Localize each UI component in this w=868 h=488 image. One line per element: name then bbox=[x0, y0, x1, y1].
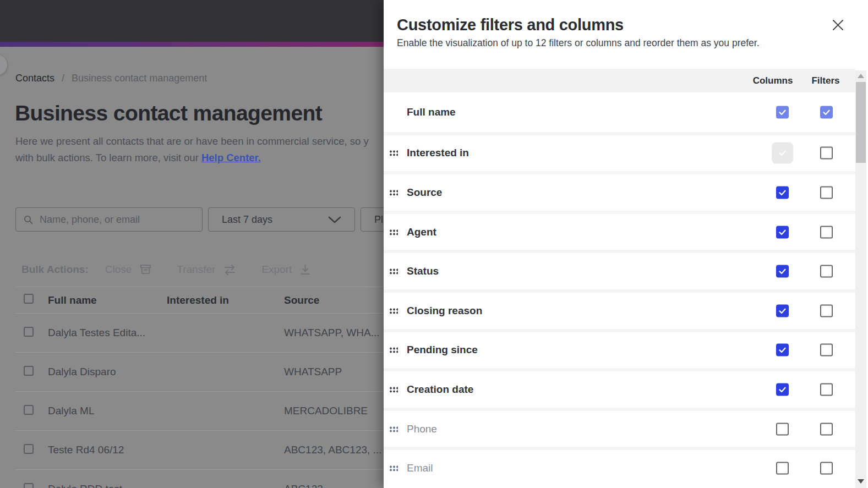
drag-handle-icon[interactable] bbox=[389, 426, 398, 432]
row-pending-since: Pending since bbox=[384, 329, 855, 369]
page-title: Business contact management bbox=[15, 101, 322, 125]
cell-source: ABC123 bbox=[284, 483, 384, 488]
partial-filter-value: Pl bbox=[374, 214, 383, 226]
bulk-close-button[interactable]: Close bbox=[105, 264, 152, 276]
columns-checkbox[interactable] bbox=[776, 383, 789, 396]
drag-handle-icon[interactable] bbox=[389, 268, 398, 275]
row-label: Agent bbox=[407, 226, 436, 238]
scroll-up-icon[interactable] bbox=[858, 74, 864, 78]
row-label: Full name bbox=[407, 106, 456, 118]
filters-checkbox[interactable] bbox=[820, 462, 833, 475]
row-label: Closing reason bbox=[407, 305, 482, 317]
drag-handle-icon[interactable] bbox=[389, 308, 398, 314]
drag-handle-icon[interactable] bbox=[389, 229, 398, 235]
columns-checkbox[interactable] bbox=[776, 344, 789, 357]
filters-checkbox[interactable] bbox=[820, 344, 833, 357]
customize-filters-modal: Customize filters and columns Enable the… bbox=[384, 0, 868, 488]
cell-full-name: Dalyla RDD test bbox=[48, 483, 167, 488]
columns-checkbox[interactable] bbox=[776, 265, 789, 278]
description-line2: with bulk actions. To learn more, visit … bbox=[15, 152, 201, 163]
table-row[interactable]: Dalyla Testes Edita... WHATSAPP, WHA... bbox=[15, 314, 384, 353]
columns-checkbox[interactable] bbox=[776, 423, 789, 435]
row-interested-in: Interested in bbox=[384, 132, 855, 172]
filters-checkbox[interactable] bbox=[820, 383, 833, 396]
row-checkbox[interactable] bbox=[24, 405, 34, 415]
select-all-checkbox[interactable] bbox=[24, 294, 34, 304]
filters-checkbox[interactable] bbox=[820, 423, 833, 435]
drag-handle-icon[interactable] bbox=[389, 150, 398, 156]
columns-checkbox[interactable] bbox=[776, 304, 789, 317]
edge-floating-button[interactable] bbox=[0, 54, 7, 75]
header-full-name: Full name bbox=[48, 294, 167, 306]
breadcrumb-separator: / bbox=[62, 73, 64, 84]
search-input[interactable]: Name, phone, or email bbox=[15, 207, 203, 232]
bulk-close-label: Close bbox=[105, 264, 132, 276]
columns-checkbox[interactable] bbox=[776, 226, 789, 238]
row-checkbox[interactable] bbox=[24, 366, 34, 376]
row-label: Source bbox=[407, 187, 442, 199]
modal-scrollbar[interactable] bbox=[855, 70, 866, 488]
cell-source: ABC123, ABC123, ... bbox=[284, 444, 384, 456]
columns-checkbox[interactable] bbox=[776, 147, 789, 160]
columns-header: Columns bbox=[745, 69, 800, 92]
row-phone: Phone bbox=[384, 408, 855, 447]
cell-source: MERCADOLIBRE bbox=[284, 405, 384, 417]
filters-checkbox[interactable] bbox=[820, 147, 833, 160]
columns-checkbox[interactable] bbox=[776, 462, 789, 475]
row-checkbox[interactable] bbox=[24, 483, 34, 488]
bulk-actions-bar: Bulk Actions: Close Transfer Export bbox=[21, 262, 336, 277]
filters-checkbox[interactable] bbox=[820, 265, 833, 278]
cell-full-name: Dalyla Disparo bbox=[48, 366, 167, 378]
drag-handle-icon[interactable] bbox=[389, 386, 398, 392]
row-status: Status bbox=[384, 250, 855, 289]
bulk-export-button[interactable]: Export bbox=[261, 264, 310, 276]
row-label: Status bbox=[407, 265, 439, 277]
filters-checkbox[interactable] bbox=[820, 304, 833, 317]
columns-checkbox[interactable] bbox=[776, 186, 789, 199]
header-interested-in: Interested in bbox=[167, 294, 284, 306]
row-full-name: Full name bbox=[384, 92, 855, 132]
drag-handle-icon[interactable] bbox=[389, 465, 398, 471]
row-checkbox[interactable] bbox=[24, 444, 34, 454]
filters-checkbox[interactable] bbox=[820, 226, 833, 238]
transfer-arrows-icon bbox=[223, 265, 236, 275]
columns-checkbox[interactable] bbox=[776, 106, 789, 118]
filters-checkbox[interactable] bbox=[820, 106, 833, 118]
row-label: Creation date bbox=[407, 383, 473, 396]
breadcrumb-contacts-link[interactable]: Contacts bbox=[15, 73, 54, 84]
bulk-transfer-button[interactable]: Transfer bbox=[177, 264, 236, 276]
page-description: Here we present all contacts that are or… bbox=[15, 133, 423, 166]
modal-subtitle: Enable the visualization of up to 12 fil… bbox=[397, 37, 760, 49]
modal-close-button[interactable] bbox=[827, 14, 848, 35]
row-source: Source bbox=[384, 171, 855, 211]
table-row[interactable]: Teste Rd4 06/12 ABC123, ABC123, ... bbox=[15, 431, 384, 470]
search-icon bbox=[24, 215, 33, 224]
drag-handle-icon[interactable] bbox=[389, 347, 398, 353]
chevron-down-icon bbox=[328, 216, 341, 223]
drag-handle-icon[interactable] bbox=[389, 189, 398, 195]
row-agent: Agent bbox=[384, 211, 855, 250]
row-label: Pending since bbox=[407, 344, 478, 356]
close-icon bbox=[832, 19, 844, 31]
bulk-transfer-label: Transfer bbox=[177, 264, 215, 276]
row-checkbox[interactable] bbox=[24, 327, 34, 337]
archive-icon bbox=[140, 264, 151, 275]
filter-column-list: Full name Interested in Source A bbox=[384, 92, 855, 486]
download-icon bbox=[300, 265, 310, 275]
scrollbar-thumb[interactable] bbox=[856, 82, 866, 163]
help-center-link[interactable]: Help Center. bbox=[201, 152, 261, 163]
date-range-select[interactable]: Last 7 days bbox=[208, 207, 355, 232]
cell-source: WHATSAPP bbox=[284, 366, 384, 378]
table-row[interactable]: Dalyla Disparo WHATSAPP bbox=[15, 353, 384, 392]
filters-checkbox[interactable] bbox=[820, 186, 833, 199]
header-source: Source bbox=[284, 294, 384, 306]
filter-bar: Name, phone, or email Last 7 days Pl bbox=[15, 207, 427, 232]
scroll-down-icon[interactable] bbox=[858, 479, 864, 484]
contacts-table: Full name Interested in Source Dalyla Te… bbox=[15, 287, 384, 488]
breadcrumb-current: Business contact management bbox=[72, 73, 207, 84]
breadcrumb: Contacts / Business contact management bbox=[15, 73, 207, 84]
table-row[interactable]: Dalyla RDD test ABC123 bbox=[15, 470, 384, 488]
cell-full-name: Dalyla ML bbox=[48, 405, 167, 417]
cell-source: WHATSAPP, WHA... bbox=[284, 327, 384, 339]
table-row[interactable]: Dalyla ML MERCADOLIBRE bbox=[15, 392, 384, 431]
